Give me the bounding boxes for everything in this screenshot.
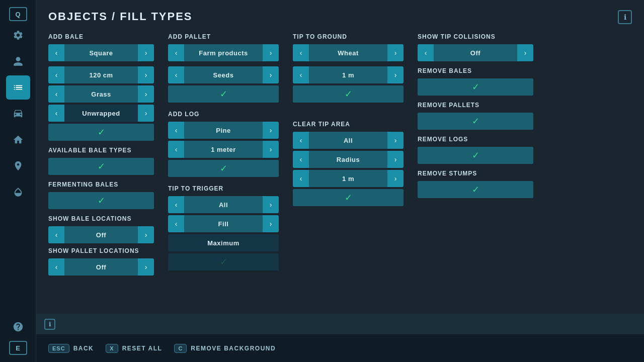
show-pallet-loc-next[interactable]: › [138, 258, 154, 276]
bale-wrap-prev[interactable]: ‹ [48, 105, 64, 122]
sidebar-item-water[interactable] [6, 180, 30, 204]
reset-key: X [106, 344, 118, 353]
log-type-selector: ‹ Pine › [168, 122, 279, 139]
log-size-next[interactable]: › [263, 141, 279, 158]
remove-stumps-label: Remove Stumps [418, 170, 533, 177]
clear-mode-next[interactable]: › [387, 151, 404, 168]
ground-amount-prev[interactable]: ‹ [293, 66, 309, 83]
add-bale-column: Add Bale ‹ Square › ‹ 120 cm › ‹ Grass ›… [48, 33, 154, 278]
ground-amount-selector: ‹ 1 m › [293, 66, 404, 83]
back-button[interactable]: ESC BACK [48, 344, 94, 353]
show-bale-loc-prev[interactable]: ‹ [48, 226, 64, 243]
bottom-bar: ESC BACK X RESET ALL C REMOVE BACKGROUND [36, 334, 644, 362]
bale-material-value: Grass [64, 85, 138, 103]
clear-mode-prev[interactable]: ‹ [293, 151, 309, 168]
pallet-type-next[interactable]: › [263, 66, 279, 83]
sidebar-item-profile[interactable] [6, 49, 30, 73]
log-size-value: 1 meter [184, 141, 263, 158]
pallet-type-prev[interactable]: ‹ [168, 66, 184, 83]
bale-size-value: 120 cm [64, 66, 138, 83]
tip-collisions-next[interactable]: › [517, 44, 533, 61]
sidebar-item-vehicle[interactable] [6, 102, 30, 126]
bale-material-next[interactable]: › [138, 85, 154, 103]
clear-tip-checkmark: ✓ [345, 192, 352, 203]
clear-scope-next[interactable]: › [387, 132, 404, 149]
remove-background-button[interactable]: C REMOVE BACKGROUND [174, 344, 276, 353]
clear-scope-value: All [309, 132, 387, 149]
tip-to-ground-label: Tip To Ground [293, 33, 404, 40]
add-bale-check[interactable]: ✓ [48, 124, 154, 141]
clear-size-next[interactable]: › [387, 170, 404, 187]
log-size-selector: ‹ 1 meter › [168, 141, 279, 158]
add-log-check[interactable]: ✓ [168, 160, 279, 177]
remove-pallets-check[interactable]: ✓ [418, 113, 533, 130]
tip-trigger-check[interactable]: ✓ [168, 253, 279, 270]
ground-type-prev[interactable]: ‹ [293, 44, 309, 61]
sidebar-item-home[interactable] [6, 128, 30, 152]
ground-type-selector: ‹ Wheat › [293, 44, 404, 61]
bale-size-selector: ‹ 120 cm › [48, 66, 154, 83]
pallet-product-next[interactable]: › [263, 44, 279, 61]
trigger-fill-value: Fill [184, 215, 263, 232]
log-size-prev[interactable]: ‹ [168, 141, 184, 158]
clear-scope-prev[interactable]: ‹ [293, 132, 309, 149]
ground-amount-value: 1 m [309, 66, 387, 83]
remove-logs-check[interactable]: ✓ [418, 147, 533, 164]
log-type-prev[interactable]: ‹ [168, 122, 184, 139]
fermenting-bales-label: Fermenting Bales [48, 181, 154, 188]
bale-size-next[interactable]: › [138, 66, 154, 83]
clear-tip-check[interactable]: ✓ [293, 189, 404, 206]
show-bale-loc-next[interactable]: › [138, 226, 154, 243]
fermenting-bales-check[interactable]: ✓ [48, 192, 154, 209]
trigger-max-label: Maximum [168, 234, 279, 251]
reset-all-button[interactable]: X RESET ALL [106, 344, 162, 353]
log-type-value: Pine [184, 122, 263, 139]
remove-bales-label: Remove Bales [418, 67, 533, 74]
remove-bales-checkmark: ✓ [472, 81, 479, 93]
reset-label: RESET ALL [122, 345, 163, 352]
bale-material-prev[interactable]: ‹ [48, 85, 64, 103]
bale-type-prev[interactable]: ‹ [48, 44, 64, 61]
bale-type-next[interactable]: › [138, 44, 154, 61]
ground-type-value: Wheat [309, 44, 387, 61]
bale-material-selector: ‹ Grass › [48, 85, 154, 103]
pallet-product-prev[interactable]: ‹ [168, 44, 184, 61]
info-button[interactable]: ℹ [618, 10, 632, 24]
remove-stumps-check[interactable]: ✓ [418, 181, 533, 198]
show-pallet-loc-prev[interactable]: ‹ [48, 258, 64, 276]
tip-ground-check[interactable]: ✓ [293, 85, 404, 103]
bale-type-value: Square [64, 44, 138, 61]
remove-pallets-checkmark: ✓ [472, 116, 479, 127]
tip-collisions-prev[interactable]: ‹ [418, 44, 434, 61]
bale-size-prev[interactable]: ‹ [48, 66, 64, 83]
trigger-fill-prev[interactable]: ‹ [168, 215, 184, 232]
add-pallet-label: Add Pallet [168, 33, 279, 40]
add-pallet-check[interactable]: ✓ [168, 85, 279, 103]
sidebar-item-map[interactable] [6, 154, 30, 178]
pallet-type-selector: ‹ Seeds › [168, 66, 279, 83]
add-bale-label: Add Bale [48, 33, 154, 40]
show-bale-loc-value: Off [64, 226, 138, 243]
log-type-next[interactable]: › [263, 122, 279, 139]
trigger-target-prev[interactable]: ‹ [168, 196, 184, 213]
remove-bales-check[interactable]: ✓ [418, 78, 533, 96]
info-footer: ℹ [36, 314, 644, 334]
ground-amount-next[interactable]: › [387, 66, 404, 83]
show-bale-locations-label: Show Bale Locations [48, 215, 154, 222]
trigger-target-next[interactable]: › [263, 196, 279, 213]
trigger-target-selector: ‹ All › [168, 196, 279, 213]
sidebar-item-help[interactable] [6, 315, 30, 339]
ground-type-next[interactable]: › [387, 44, 404, 61]
fermenting-bales-checkmark: ✓ [98, 195, 105, 206]
sidebar-item-inventory[interactable] [6, 75, 30, 100]
available-bale-types-check[interactable]: ✓ [48, 158, 154, 175]
show-pallet-locations-selector: ‹ Off › [48, 258, 154, 276]
clear-size-prev[interactable]: ‹ [293, 170, 309, 187]
trigger-fill-next[interactable]: › [263, 215, 279, 232]
remove-stumps-checkmark: ✓ [472, 184, 479, 195]
bale-wrap-next[interactable]: › [138, 105, 154, 122]
back-key: ESC [48, 344, 69, 353]
clear-scope-selector: ‹ All › [293, 132, 404, 149]
remove-logs-checkmark: ✓ [472, 150, 479, 161]
sidebar-item-settings[interactable] [6, 23, 30, 47]
